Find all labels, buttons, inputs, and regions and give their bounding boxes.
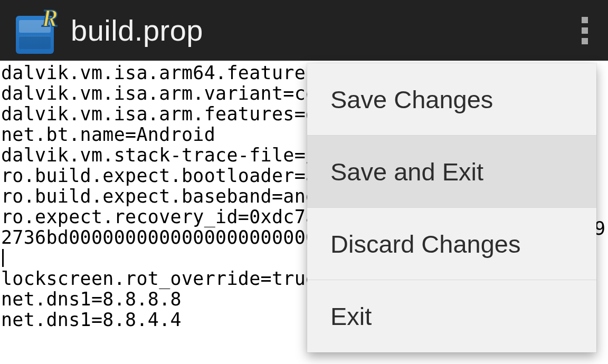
action-bar: R build.prop (0, 0, 608, 61)
app-icon: R (16, 7, 55, 54)
page-title: build.prop (71, 13, 203, 47)
menu-item-exit[interactable]: Exit (307, 280, 596, 352)
overflow-popup-menu: Save Changes Save and Exit Discard Chang… (307, 63, 596, 352)
menu-item-label: Discard Changes (330, 229, 521, 258)
menu-item-discard-changes[interactable]: Discard Changes (307, 208, 596, 280)
overflow-dot-icon (582, 17, 588, 23)
overflow-dot-icon (582, 27, 588, 34)
menu-item-label: Save Changes (330, 85, 493, 114)
menu-item-save-changes[interactable]: Save Changes (307, 63, 596, 136)
overflow-menu-button[interactable] (574, 15, 595, 46)
menu-item-label: Save and Exit (330, 157, 483, 186)
menu-item-label: Exit (330, 302, 372, 331)
menu-item-save-and-exit[interactable]: Save and Exit (307, 136, 596, 208)
overflow-dot-icon (582, 38, 588, 44)
